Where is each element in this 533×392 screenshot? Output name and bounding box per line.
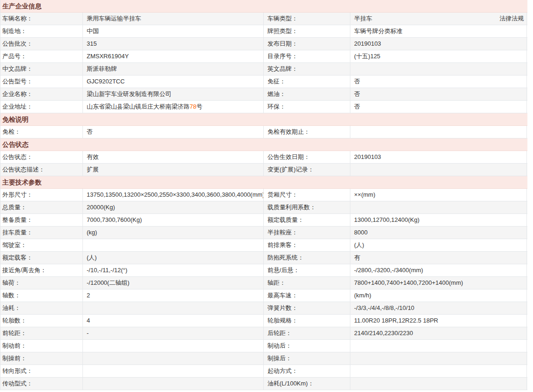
field-value: (人) — [83, 252, 264, 264]
field-value — [350, 164, 527, 176]
field-value: (十五)125 — [350, 50, 527, 62]
field-label: 接近角/离去角： — [0, 264, 83, 276]
field-label: 变更(扩展)记录： — [264, 164, 350, 176]
table-row: 产品号：ZMSXR61904Y目录序号：(十五)125 — [0, 50, 527, 63]
field-label: 环保： — [264, 101, 350, 113]
value-text: 否 — [354, 103, 360, 110]
field-value: 扩展 — [83, 164, 264, 176]
field-label: 免检： — [0, 126, 83, 138]
table-row: 轮胎数：4轮胎规格：11.00R20 18PR,12R22.5 18PR — [0, 315, 527, 327]
field-label: 前排乘客： — [264, 239, 350, 251]
field-value: 315 — [83, 38, 264, 50]
field-value: -/2800,-/3200,-/3400(mm) — [350, 264, 527, 276]
field-value: 7800+1400,7400+1400,7200+1400(mm) — [350, 277, 527, 289]
field-value — [83, 352, 264, 364]
value-text: 20000(Kg) — [87, 204, 115, 211]
value-text: (km/h) — [354, 292, 371, 299]
table-row: 外形尺寸：13750,13500,13200×2500,2550×3300,34… — [0, 189, 527, 201]
table-row: 整备质量：7000,7300,7600(Kg)额定载质量：13000,12700… — [0, 214, 527, 227]
table-row: 总质量：20000(Kg)载质量利用系数： — [0, 201, 527, 214]
value-text: 2140/2140,2230/2230 — [354, 330, 413, 337]
value-text: 山东省梁山县梁山镇后庄大桥南梁济路 — [87, 103, 190, 110]
field-label: 半挂鞍座： — [264, 227, 350, 239]
value-text: 否 — [354, 78, 360, 85]
field-label: 公告状态描述： — [0, 164, 83, 176]
field-value: ××(mm) — [350, 189, 527, 201]
field-value — [350, 126, 527, 138]
field-value: 否 — [350, 76, 527, 88]
table-row: 公告状态描述：扩展变更(扩展)记录： — [0, 164, 527, 176]
table-row: 企业名称：梁山新宇车业研发制造有限公司燃油：否 — [0, 88, 527, 101]
value-text: -/3/3,-/4/4,-/8/8,-/10/10 — [354, 304, 414, 311]
value-text: (人) — [354, 241, 364, 248]
value-text: 有效 — [87, 153, 99, 160]
value-text: -/10,-/11,-/12(°) — [87, 267, 127, 274]
table-row: 公告批次：315发布日期：20190103 — [0, 38, 527, 50]
field-value — [350, 378, 527, 390]
value-text: 4 — [87, 317, 90, 324]
field-label: 挂车质量： — [0, 227, 83, 239]
section-title: 公告状态 — [0, 138, 527, 151]
field-value: - — [83, 327, 264, 339]
table-row: 挂车质量：(kg)半挂鞍座：8000 — [0, 227, 527, 239]
table-row: 额定载客：(人)防抱死系统：有 — [0, 252, 527, 264]
field-value: (人) — [350, 239, 527, 251]
field-label: 制操后： — [264, 352, 350, 364]
field-value: ZMSXR61904Y — [83, 50, 264, 62]
field-value — [350, 201, 527, 213]
field-label: 免征： — [264, 76, 350, 88]
field-label: 前轮距： — [0, 327, 83, 339]
field-value: 否 — [350, 101, 527, 113]
field-label: 英文品牌： — [264, 63, 350, 75]
value-text: GJC9202TCC — [87, 78, 125, 85]
field-label: 制造地： — [0, 25, 83, 37]
field-value: 7000,7300,7600(Kg) — [83, 214, 264, 226]
value-text: ZMSXR61904Y — [87, 53, 129, 60]
value-text: (人) — [87, 254, 97, 261]
field-value — [83, 302, 264, 314]
section-title: 主要技术参数 — [0, 176, 527, 189]
table-row: 油耗：弹簧片数：-/3/3,-/4/4,-/8/8,-/10/10 — [0, 302, 527, 315]
table-row: 驾驶室：前排乘客：(人) — [0, 239, 527, 252]
field-label: 产品号： — [0, 50, 83, 62]
value-text: -/12000(二轴组) — [87, 279, 130, 286]
value-text: 扩展 — [87, 166, 99, 173]
field-value: 乘用车辆运输半挂车 — [83, 13, 264, 25]
field-value: -/12000(二轴组) — [83, 277, 264, 289]
value-text: 中国 — [87, 28, 99, 34]
field-label: 传动型式： — [0, 378, 83, 390]
field-value — [350, 352, 527, 364]
field-label: 载质量利用系数： — [264, 201, 350, 213]
highlighted-text: 78 — [190, 103, 196, 110]
table-row: 传动型式：油耗(L/100Km)： — [0, 378, 527, 390]
field-label: 油耗(L/100Km)： — [264, 378, 350, 390]
value-text: 有 — [354, 254, 360, 261]
table-row: 车辆名称：乘用车辆运输半挂车车辆类型：法律法规半挂车 — [0, 13, 527, 25]
value-text: 20190103 — [354, 153, 381, 160]
field-value — [350, 63, 527, 75]
field-label: 公告状态： — [0, 151, 83, 163]
field-label: 车辆类型： — [264, 13, 350, 25]
field-label: 免检有效期止： — [264, 126, 350, 138]
value-text: 20190103 — [354, 40, 381, 47]
value-text: 7000,7300,7600(Kg) — [87, 216, 142, 223]
field-value: 2140/2140,2230/2230 — [350, 327, 527, 339]
field-value: 梁山新宇车业研发制造有限公司 — [83, 88, 264, 100]
value-text: 斯派菲勒牌 — [87, 65, 117, 72]
section-title: 生产企业信息 — [0, 0, 527, 13]
field-label: 制动后： — [264, 340, 350, 352]
field-label: 整备质量： — [0, 214, 83, 226]
field-value: -/3/3,-/4/4,-/8/8,-/10/10 — [350, 302, 527, 314]
field-value: 13750,13500,13200×2500,2550×3300,3400,36… — [83, 189, 264, 201]
field-label: 额定载客： — [0, 252, 83, 264]
table-row: 公告型号：GJC9202TCC免征：否 — [0, 76, 527, 88]
field-value: 4 — [83, 315, 264, 327]
field-label: 中文品牌： — [0, 63, 83, 75]
value-text: 号 — [196, 103, 202, 110]
field-label: 外形尺寸： — [0, 189, 83, 201]
table-row: 转向形式：起动方式： — [0, 365, 527, 378]
value-text: 否 — [87, 128, 93, 135]
field-value: 车辆号牌分类标准 — [350, 25, 527, 37]
field-label: 轮胎规格： — [264, 315, 350, 327]
laws-regulations-link[interactable]: 法律法规 — [499, 13, 524, 25]
